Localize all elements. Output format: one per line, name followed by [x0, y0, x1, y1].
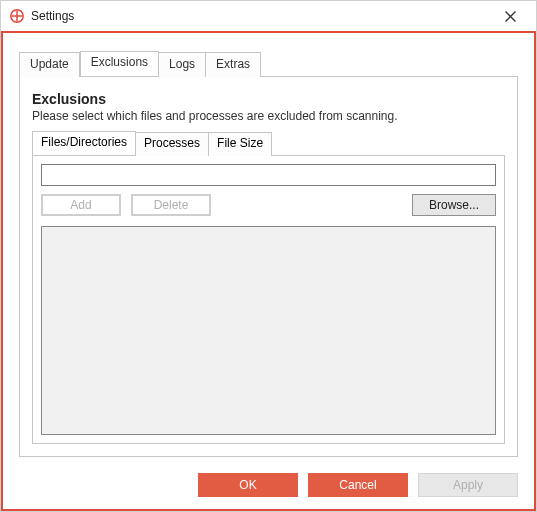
exclusions-panel: Exclusions Please select which files and…: [19, 76, 518, 457]
cancel-button[interactable]: Cancel: [308, 473, 408, 497]
browse-button[interactable]: Browse...: [412, 194, 496, 216]
panel-heading: Exclusions: [32, 91, 505, 107]
window-title: Settings: [31, 9, 490, 23]
apply-button: Apply: [418, 473, 518, 497]
tab-logs[interactable]: Logs: [159, 52, 206, 77]
dialog-footer: OK Cancel Apply: [3, 465, 534, 509]
close-icon: [505, 11, 516, 22]
main-tabs: Update Exclusions Logs Extras: [19, 51, 518, 76]
close-button[interactable]: [490, 2, 530, 30]
subtab-file-size[interactable]: File Size: [209, 132, 272, 156]
tab-update[interactable]: Update: [19, 52, 80, 77]
action-button-row: Add Delete Browse...: [41, 194, 496, 216]
delete-button: Delete: [131, 194, 211, 216]
spacer: [221, 194, 402, 216]
ok-button[interactable]: OK: [198, 473, 298, 497]
tab-extras[interactable]: Extras: [206, 52, 261, 77]
titlebar: Settings: [1, 1, 536, 31]
exclusion-subtabs: Files/Directories Processes File Size: [32, 131, 505, 155]
exclusions-listbox[interactable]: [41, 226, 496, 435]
files-directories-panel: Add Delete Browse...: [32, 155, 505, 444]
subtab-processes[interactable]: Processes: [136, 132, 209, 156]
content-frame: Update Exclusions Logs Extras Exclusions…: [1, 31, 536, 511]
app-icon: [9, 8, 25, 24]
subtab-files-directories[interactable]: Files/Directories: [32, 131, 136, 155]
settings-window: Settings Update Exclusions Logs Extras E…: [0, 0, 537, 512]
tab-exclusions[interactable]: Exclusions: [80, 51, 159, 76]
path-input[interactable]: [41, 164, 496, 186]
panel-description: Please select which files and processes …: [32, 109, 505, 123]
add-button: Add: [41, 194, 121, 216]
